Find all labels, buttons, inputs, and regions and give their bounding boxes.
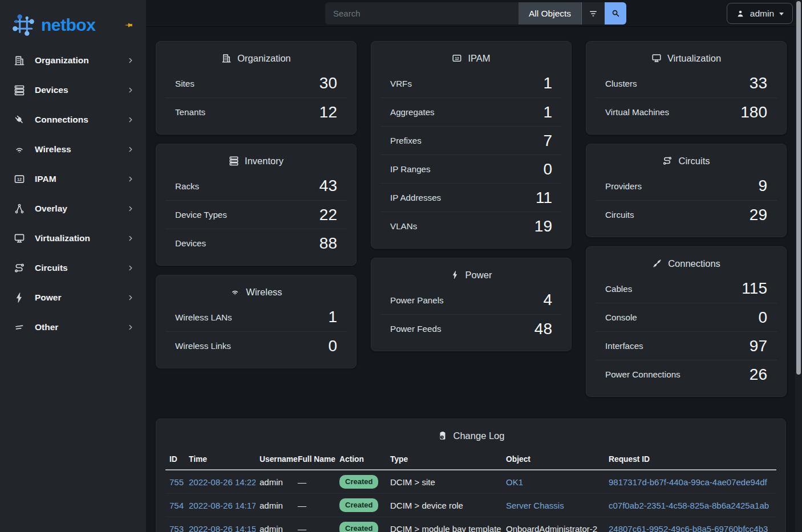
request-id-link[interactable]: 9817317d-b67f-440a-99ca-4ae07ede94df (609, 477, 767, 487)
sidebar: netbox Organization (0, 0, 146, 532)
card-header: Inventory (156, 144, 356, 172)
stat-label: Circuits (605, 210, 634, 220)
card-ipam: 12 IPAM VRFs 1 Aggregates 1 Prefixes 7 (371, 41, 572, 249)
change-time-link[interactable]: 2022-08-26 14:15 (189, 524, 256, 532)
sidebar-item-circuits[interactable]: Circuits (5, 258, 140, 278)
stat-row-power-connections[interactable]: Power Connections 26 (596, 360, 777, 388)
scrollbar-thumb[interactable] (796, 1, 801, 375)
stat-value: 88 (319, 234, 337, 253)
stat-label: IP Addresses (390, 193, 441, 202)
stat-row-tenants[interactable]: Tenants 12 (165, 98, 347, 126)
change-time-link[interactable]: 2022-08-26 14:17 (189, 501, 256, 510)
stat-label: Cables (605, 284, 632, 294)
stat-value: 29 (750, 206, 767, 224)
stat-row-prefixes[interactable]: Prefixes 7 (380, 126, 562, 155)
sidebar-item-other[interactable]: Other (5, 317, 140, 338)
stat-row-aggregates[interactable]: Aggregates 1 (380, 98, 562, 126)
sidebar-item-devices[interactable]: Devices (5, 80, 140, 100)
sidebar-item-power[interactable]: Power (5, 287, 140, 308)
server-rack-icon (229, 156, 239, 166)
stat-value: 9 (758, 177, 767, 195)
stat-row-vlans[interactable]: VLANs 19 (380, 212, 562, 240)
stat-value: 0 (543, 160, 552, 178)
stat-row-racks[interactable]: Racks 43 (165, 172, 347, 200)
stat-value: 26 (750, 366, 767, 384)
stat-row-providers[interactable]: Providers 9 (596, 172, 777, 200)
change-full-name: — (298, 477, 306, 487)
request-id-link[interactable]: 24807c61-9952-49c6-b8a5-69760bfcc4b3 (609, 524, 768, 532)
stat-row-power-panels[interactable]: Power Panels 4 (380, 286, 562, 314)
table-row: 755 2022-08-26 14:22 admin — Created DCI… (165, 470, 776, 494)
card-header: Wireless (156, 275, 356, 303)
stat-row-wireless-links[interactable]: Wireless Links 0 (165, 331, 347, 360)
stat-value: 7 (543, 132, 552, 150)
filter-button[interactable] (581, 2, 605, 25)
stat-row-circuits[interactable]: Circuits 29 (596, 200, 777, 229)
search-submit-button[interactable] (605, 2, 626, 25)
stat-label: Racks (175, 181, 199, 191)
col-header-username: Username (256, 450, 294, 470)
change-time-link[interactable]: 2022-08-26 14:22 (189, 477, 256, 487)
sidebar-item-ipam[interactable]: 12 IPAM (5, 169, 140, 189)
wifi-icon (230, 287, 240, 297)
card-title: Organization (237, 52, 291, 64)
stat-row-device-types[interactable]: Device Types 22 (165, 200, 347, 229)
card-power: Power Power Panels 4 Power Feeds 48 (371, 258, 572, 351)
change-object-link[interactable]: Server Chassis (506, 501, 564, 510)
netbox-mark-icon (10, 12, 37, 38)
cards-column-2: 12 IPAM VRFs 1 Aggregates 1 Prefixes 7 (371, 41, 572, 397)
stat-row-devices[interactable]: Devices 88 (165, 229, 347, 257)
card-header: 12 IPAM (371, 42, 571, 69)
stat-value: 115 (742, 279, 767, 298)
card-connections: Connections Cables 115 Console 0 Interfa… (586, 246, 787, 397)
sidebar-item-organization[interactable]: Organization (5, 50, 140, 71)
sidebar-item-virtualization[interactable]: Virtualization (5, 228, 140, 249)
chevron-right-icon (127, 294, 135, 302)
request-id-link[interactable]: c07f0ab2-2351-4c58-825a-8b6a2425a1ab (609, 501, 769, 510)
sidebar-item-wireless[interactable]: Wireless (5, 139, 140, 160)
sidebar-item-connections[interactable]: Connections (5, 109, 140, 130)
card-wireless: Wireless Wireless LANs 1 Wireless Links … (156, 275, 357, 368)
stat-value: 180 (740, 103, 767, 121)
logo-text: netbox (41, 15, 95, 35)
chevron-right-icon (127, 205, 135, 213)
change-id-link[interactable]: 755 (169, 477, 184, 487)
chevron-right-icon (127, 234, 135, 242)
stat-value: 30 (319, 74, 337, 92)
stat-value: 11 (536, 189, 552, 207)
scrollbar-track[interactable] (795, 0, 802, 532)
clipboard-clock-icon (438, 431, 448, 441)
stat-row-interfaces[interactable]: Interfaces 97 (596, 331, 777, 360)
change-log-table: ID Time Username Full Name Action Type O… (165, 450, 776, 532)
change-username: admin (260, 524, 283, 532)
netbox-logo[interactable]: netbox (10, 12, 95, 38)
stat-row-cables[interactable]: Cables 115 (596, 274, 777, 303)
change-id-link[interactable]: 754 (169, 501, 184, 510)
stat-row-clusters[interactable]: Clusters 33 (596, 69, 777, 98)
topology-icon (14, 203, 27, 214)
pin-icon[interactable] (121, 18, 136, 33)
caret-down-icon (779, 13, 784, 15)
search-input[interactable] (325, 2, 519, 25)
stat-row-vrfs[interactable]: VRFs 1 (380, 69, 562, 98)
stat-row-wireless-lans[interactable]: Wireless LANs 1 (165, 303, 347, 331)
cable-icon (652, 258, 662, 269)
change-object-link[interactable]: OK1 (506, 477, 523, 487)
stat-row-power-feeds[interactable]: Power Feeds 48 (380, 314, 562, 343)
stat-value: 48 (534, 320, 552, 338)
stat-row-ip-ranges[interactable]: IP Ranges 0 (380, 155, 562, 183)
card-title: Circuits (678, 155, 710, 167)
change-type: DCIM > module bay template (390, 524, 501, 532)
search-scope-button[interactable]: All Objects (519, 2, 581, 25)
stat-row-virtual-machines[interactable]: Virtual Machines 180 (596, 98, 777, 126)
sidebar-item-overlay[interactable]: Overlay (5, 198, 140, 219)
stat-row-sites[interactable]: Sites 30 (165, 69, 347, 98)
change-id-link[interactable]: 753 (169, 524, 184, 532)
stat-row-console[interactable]: Console 0 (596, 303, 777, 331)
status-badge: Created (339, 475, 378, 489)
stat-row-ip-addresses[interactable]: IP Addresses 11 (380, 183, 562, 212)
cards-column-3: Virtualization Clusters 33 Virtual Machi… (586, 41, 787, 397)
user-menu-button[interactable]: admin (727, 3, 793, 24)
stat-label: Wireless Links (175, 341, 231, 351)
sidebar-item-label: Overlay (35, 204, 67, 214)
